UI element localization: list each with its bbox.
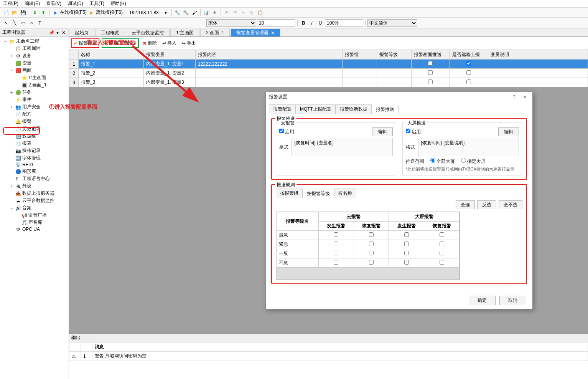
play-icon[interactable]: ▶	[51, 9, 59, 17]
alarm-row[interactable]: 2报警_2内部变量_1. 变量2	[69, 69, 588, 78]
project-tree[interactable]: −📁未命名工程📋工程属性+⚙设备🟩变量−🟥画面⭐1:主画面🔳2:画面_1+🟢任务…	[0, 37, 69, 379]
tree-item[interactable]: 📢语音广播	[1, 212, 68, 219]
rule-row[interactable]: 不急	[277, 258, 460, 268]
rule-check[interactable]	[440, 242, 444, 246]
rule-check[interactable]	[440, 232, 444, 237]
tree-item[interactable]: 🟩变量	[1, 60, 68, 67]
export-button[interactable]: ↪ 导出	[180, 39, 198, 47]
rule-check[interactable]	[440, 251, 444, 255]
tree-item[interactable]: −🟥画面	[1, 67, 68, 74]
remote-check[interactable]	[466, 70, 471, 75]
tree-item[interactable]: 📡RFID	[1, 162, 68, 168]
rule-check[interactable]	[404, 260, 409, 265]
chevron-down-icon[interactable]: ▾	[162, 9, 170, 17]
output-row[interactable]: ⚠ 1 警告 局域网访问密码为空	[69, 352, 588, 361]
menu-edit[interactable]: 编辑(E)	[25, 0, 40, 7]
copy-icon[interactable]: ⎘	[248, 9, 256, 17]
tree-item[interactable]: 🎵声音库	[1, 219, 68, 226]
rule-check[interactable]	[404, 232, 409, 237]
dlg-tab[interactable]: MQTT上报配置	[296, 104, 336, 114]
rule-check[interactable]	[369, 232, 374, 237]
upload-icon[interactable]: ⬆	[40, 9, 47, 17]
tab-5[interactable]: 报警变量管理器✕	[231, 29, 280, 36]
rule-check[interactable]	[334, 260, 338, 265]
rule-tab[interactable]: 按报警等级	[303, 189, 334, 198]
underline-icon[interactable]: U	[316, 19, 324, 27]
tab-4[interactable]: 2:画面_1	[200, 29, 230, 36]
redo-icon[interactable]: ↷	[231, 9, 239, 17]
tree-item[interactable]: ⚡事件	[1, 96, 68, 103]
tree-item[interactable]: 🔳2:画面_1	[1, 81, 68, 89]
alarm-row[interactable]: 1报警_1内部变量_1. 变量112222;222222	[69, 60, 588, 69]
lang-select[interactable]: 中文简体	[367, 19, 417, 27]
rule-row[interactable]: 紧急	[277, 240, 460, 249]
tab-1[interactable]: 工程概览	[95, 29, 125, 36]
rule-check[interactable]	[369, 251, 374, 255]
undo-icon[interactable]: ↶	[223, 9, 231, 17]
tree-item[interactable]: +⚙设备	[1, 52, 68, 60]
tree-item[interactable]: 🔔报警	[1, 118, 68, 125]
cut-icon[interactable]: ✂	[240, 9, 247, 17]
dropdown-icon[interactable]: ▾	[55, 30, 60, 35]
offline-sim-label[interactable]: 离线模拟(F6)	[96, 9, 123, 16]
dlg-tab[interactable]: 报警诊断数据	[336, 104, 372, 114]
rule-check[interactable]	[369, 260, 374, 265]
rule-check[interactable]	[334, 242, 338, 246]
save-icon[interactable]: 💾	[19, 9, 27, 17]
zoom-input[interactable]	[325, 19, 363, 27]
ip-address[interactable]: 192.168.11.83	[127, 10, 161, 15]
tree-item[interactable]: 🔢数据组	[1, 132, 68, 140]
chart-icon[interactable]: 📊	[203, 9, 210, 17]
rule-check[interactable]	[404, 251, 409, 255]
rule-check[interactable]	[334, 251, 338, 255]
menu-tools[interactable]: 工具(T)	[89, 0, 104, 7]
rule-tab[interactable]: 按名称	[334, 189, 356, 198]
tree-item[interactable]: 📤数据上报服务器	[1, 190, 68, 197]
tree-item[interactable]: 🔵图形库	[1, 168, 68, 175]
remote-check[interactable]	[466, 79, 471, 84]
invert-sel-button[interactable]: 反选	[477, 200, 496, 209]
menu-debug[interactable]: 调试(D)	[68, 0, 83, 7]
rect-icon[interactable]: ▭	[19, 19, 27, 27]
rule-check[interactable]	[440, 260, 444, 265]
tree-item[interactable]: +🟢任务	[1, 89, 68, 96]
text-icon[interactable]: T	[36, 19, 44, 27]
tree-item[interactable]: 🕒历史记录	[1, 125, 68, 132]
tree-item[interactable]: +🔌外设	[1, 182, 68, 190]
push-check[interactable]	[428, 70, 433, 75]
remote-check[interactable]	[466, 61, 471, 66]
tree-item[interactable]: 🔤字体管理	[1, 154, 68, 162]
pin-icon[interactable]: 📌	[49, 30, 54, 35]
tree-item[interactable]: ⚙OPC UA	[1, 226, 68, 232]
rule-row[interactable]: 一般	[277, 249, 460, 258]
tab-close-icon[interactable]: ✕	[271, 30, 275, 36]
circle-icon[interactable]: ○	[28, 19, 35, 27]
open-icon[interactable]: 📂	[11, 9, 18, 17]
tab-0[interactable]: 起始页	[69, 29, 94, 36]
tree-item[interactable]: ☁云平台数据监控	[1, 197, 68, 204]
import-button[interactable]: ↩ 导入	[161, 39, 178, 47]
push-check[interactable]	[428, 61, 433, 66]
line-icon[interactable]: ╲	[11, 19, 18, 27]
download-icon[interactable]: ⬇	[31, 9, 39, 17]
rule-check[interactable]	[369, 242, 374, 246]
font-size-input[interactable]	[257, 19, 295, 27]
close-panel-icon[interactable]: ✕	[61, 30, 66, 35]
delete-button[interactable]: ✖ 删除	[141, 39, 158, 47]
brush-icon[interactable]: 🖌	[191, 9, 198, 17]
tab-3[interactable]: 1:主画面	[170, 29, 199, 36]
scope-spec-radio[interactable]: 指定大屏	[461, 158, 486, 165]
tool-icon[interactable]: 🔧	[174, 9, 181, 17]
push-check[interactable]	[428, 79, 433, 84]
help-icon[interactable]: ?	[510, 94, 519, 100]
dlg-tab[interactable]: 报警配置	[269, 104, 296, 114]
menu-help[interactable]: 帮助(H)	[110, 0, 126, 7]
rule-check[interactable]	[404, 242, 409, 246]
menu-project[interactable]: 工程(P)	[3, 0, 18, 7]
tab-2[interactable]: 云平台数据监控	[126, 29, 170, 36]
font-select[interactable]: 宋体	[206, 19, 256, 27]
scope-all-radio[interactable]: 全部大屏	[430, 158, 455, 165]
cloud-enable-check[interactable]: 启用	[279, 129, 294, 135]
tree-item[interactable]: 📷操作记录	[1, 147, 68, 154]
select-all-button[interactable]: 全选	[456, 200, 475, 209]
